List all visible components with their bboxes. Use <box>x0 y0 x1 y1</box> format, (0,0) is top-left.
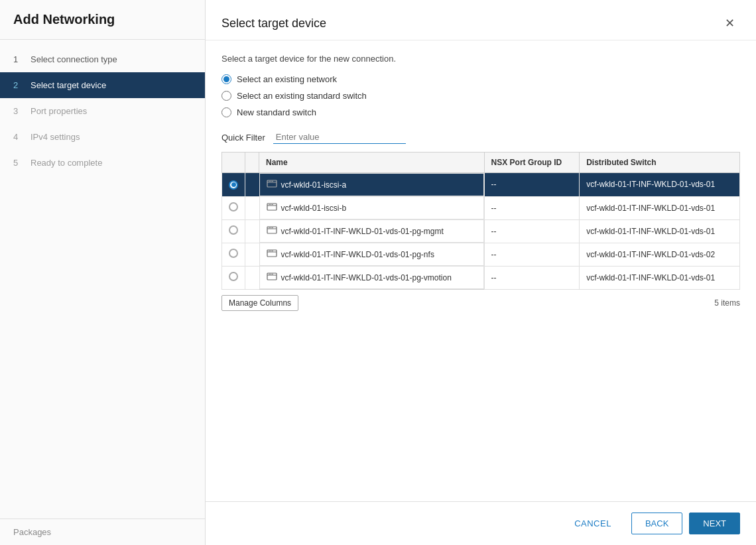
filter-row: Quick Filter <box>221 131 740 144</box>
close-button[interactable]: ✕ <box>720 13 740 33</box>
step-label-1: Select connection type <box>31 54 117 64</box>
sidebar-item-select-connection[interactable]: 1 Select connection type <box>0 46 205 72</box>
row-name-text: vcf-wkld-01-IT-INF-WKLD-01-vds-01-pg-vmo… <box>281 273 452 282</box>
svg-point-8 <box>270 204 271 206</box>
col-sep <box>245 152 259 173</box>
network-icon <box>267 225 277 237</box>
col-name: Name <box>259 152 485 173</box>
radio-existing-network[interactable] <box>221 74 231 84</box>
cancel-button[interactable]: CANCEL <box>561 513 625 534</box>
row-nsx-cell: -- <box>484 243 580 266</box>
next-button[interactable]: NEXT <box>689 513 740 534</box>
main-title: Select target device <box>221 17 326 30</box>
row-nsx-cell: -- <box>484 266 580 290</box>
radio-option-new-switch[interactable]: New standard switch <box>221 107 740 117</box>
svg-point-24 <box>272 274 273 275</box>
step-num-4: 4 <box>13 132 24 142</box>
sidebar-steps: 1 Select connection type 2 Select target… <box>0 40 205 518</box>
sidebar: Add Networking 1 Select connection type … <box>0 0 206 545</box>
row-radio-cell[interactable] <box>222 219 245 243</box>
unselected-radio-icon <box>229 202 238 212</box>
network-icon <box>267 202 277 214</box>
svg-point-12 <box>269 227 270 229</box>
table-header-row: Name NSX Port Group ID Distributed Switc… <box>222 152 740 173</box>
row-name-text: vcf-wkld-01-IT-INF-WKLD-01-vds-01-pg-nfs <box>281 250 434 259</box>
sidebar-bottom: Packages <box>0 518 205 545</box>
sidebar-item-ipv4-settings[interactable]: 4 IPv4 settings <box>0 124 205 150</box>
radio-group: Select an existing network Select an exi… <box>221 74 740 117</box>
col-ds: Distributed Switch <box>580 152 740 173</box>
filter-label: Quick Filter <box>221 133 265 143</box>
row-radio-cell[interactable] <box>222 196 245 219</box>
row-radio-cell[interactable] <box>222 243 245 266</box>
table-row[interactable]: vcf-wkld-01-IT-INF-WKLD-01-vds-01-pg-vmo… <box>222 266 740 290</box>
row-sep-cell <box>245 196 259 219</box>
col-nsx: NSX Port Group ID <box>484 152 580 173</box>
step-num-2: 2 <box>13 80 24 90</box>
table-row[interactable]: vcf-wkld-01-IT-INF-WKLD-01-vds-01-pg-mgm… <box>222 219 740 243</box>
svg-point-13 <box>270 227 271 229</box>
network-icon <box>267 248 277 261</box>
main-body: Select a target device for the new conne… <box>206 40 756 501</box>
network-icon <box>267 271 277 284</box>
back-button[interactable]: BACK <box>631 513 682 534</box>
sidebar-item-select-target[interactable]: 2 Select target device <box>0 72 205 98</box>
row-sep-cell <box>245 243 259 266</box>
items-count: 5 items <box>714 298 740 308</box>
row-name-cell: vcf-wkld-01-iscsi-b <box>259 196 484 219</box>
filter-input[interactable] <box>273 131 406 144</box>
radio-option-existing-network[interactable]: Select an existing network <box>221 74 740 84</box>
svg-point-23 <box>270 274 271 275</box>
row-sep-cell <box>245 266 259 290</box>
row-radio-cell[interactable] <box>222 173 245 197</box>
step-num-3: 3 <box>13 106 24 116</box>
svg-rect-10 <box>267 227 277 233</box>
radio-label-existing-network: Select an existing network <box>237 74 337 84</box>
table-row[interactable]: vcf-wkld-01-iscsi-b--vcf-wkld-01-IT-INF-… <box>222 196 740 219</box>
row-name-text: vcf-wkld-01-iscsi-a <box>281 180 347 190</box>
row-nsx-cell: -- <box>484 196 580 219</box>
row-ds-cell: vcf-wkld-01-IT-INF-WKLD-01-vds-01 <box>580 173 740 197</box>
svg-point-3 <box>270 181 271 182</box>
row-name-cell: vcf-wkld-01-iscsi-a <box>259 173 484 196</box>
row-nsx-cell: -- <box>484 173 580 197</box>
subtitle: Select a target device for the new conne… <box>221 54 740 64</box>
row-ds-cell: vcf-wkld-01-IT-INF-WKLD-01-vds-01 <box>580 266 740 290</box>
row-name-text: vcf-wkld-01-iscsi-b <box>281 204 347 213</box>
radio-label-new-switch: New standard switch <box>237 107 316 117</box>
row-ds-cell: vcf-wkld-01-IT-INF-WKLD-01-vds-02 <box>580 243 740 266</box>
step-label-3: Port properties <box>31 106 87 116</box>
svg-point-22 <box>269 274 270 275</box>
network-table: Name NSX Port Group ID Distributed Switc… <box>221 152 740 290</box>
network-icon <box>267 178 277 191</box>
main-header: Select target device ✕ <box>206 0 756 40</box>
row-name-cell: vcf-wkld-01-IT-INF-WKLD-01-vds-01-pg-nfs <box>259 243 484 266</box>
unselected-radio-icon <box>229 272 238 281</box>
row-sep-cell <box>245 219 259 243</box>
row-ds-cell: vcf-wkld-01-IT-INF-WKLD-01-vds-01 <box>580 196 740 219</box>
row-name-cell: vcf-wkld-01-IT-INF-WKLD-01-vds-01-pg-mgm… <box>259 219 484 243</box>
svg-point-19 <box>272 251 273 252</box>
row-radio-cell[interactable] <box>222 266 245 290</box>
main-footer: CANCEL BACK NEXT <box>206 501 756 545</box>
radio-new-switch[interactable] <box>221 107 231 117</box>
step-num-5: 5 <box>13 158 24 168</box>
svg-rect-0 <box>267 180 277 187</box>
radio-label-standard-switch: Select an existing standard switch <box>237 91 367 101</box>
unselected-radio-icon <box>229 249 238 258</box>
radio-standard-switch[interactable] <box>221 91 231 101</box>
sidebar-item-port-properties[interactable]: 3 Port properties <box>0 98 205 124</box>
radio-option-standard-switch[interactable]: Select an existing standard switch <box>221 91 740 101</box>
table-row[interactable]: vcf-wkld-01-IT-INF-WKLD-01-vds-01-pg-nfs… <box>222 243 740 266</box>
manage-columns-button[interactable]: Manage Columns <box>221 295 298 311</box>
svg-rect-20 <box>267 273 277 280</box>
svg-point-2 <box>269 181 270 182</box>
table-footer: Manage Columns 5 items <box>221 295 740 311</box>
table-row[interactable]: vcf-wkld-01-iscsi-a--vcf-wkld-01-IT-INF-… <box>222 173 740 197</box>
row-name-cell: vcf-wkld-01-IT-INF-WKLD-01-vds-01-pg-vmo… <box>259 266 484 289</box>
svg-point-18 <box>270 251 271 252</box>
sidebar-item-ready-to-complete[interactable]: 5 Ready to complete <box>0 150 205 176</box>
step-label-4: IPv4 settings <box>31 132 80 142</box>
selected-radio-icon <box>229 180 238 190</box>
step-num-1: 1 <box>13 54 24 64</box>
